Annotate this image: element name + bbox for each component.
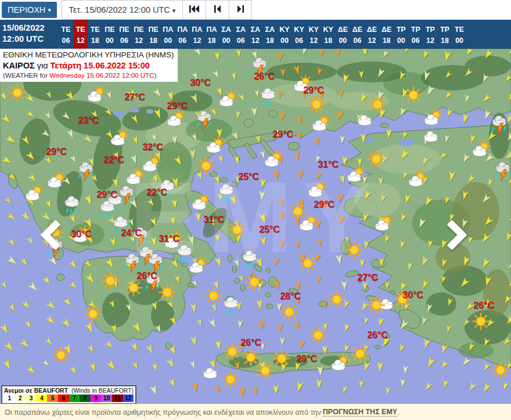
timestep-ΔΕ-06[interactable]: ΔΕ06 (350, 20, 365, 49)
timestep-ΤΕ-06[interactable]: ΤΕ06 (59, 20, 73, 49)
beaufort-9: 9 (91, 394, 102, 402)
timestep-ΤΕ-18[interactable]: ΤΕ18 (88, 20, 102, 49)
timestep-ΚΥ-06[interactable]: ΚΥ06 (292, 20, 307, 49)
timestep-ΤΡ-12[interactable]: ΤΡ12 (423, 20, 437, 49)
beaufort-4: 4 (37, 394, 48, 402)
timestep-ΣΑ-12[interactable]: ΣΑ12 (248, 20, 262, 49)
legend-title: Άνεμοι σε BEAUFORT (Winds in BEAUFORT) (4, 387, 134, 394)
next-map-arrow[interactable] (444, 220, 467, 249)
beaufort-legend: Άνεμοι σε BEAUFORT (Winds in BEAUFORT) 1… (1, 385, 136, 404)
symbol-sun (53, 347, 69, 363)
timeline-date: 15/06/2022 (2, 23, 59, 34)
symbol-sun (9, 85, 26, 101)
symbol-sun (229, 222, 245, 238)
symbol-sun (368, 297, 384, 313)
map-subtitle-gr: ΚΑΙΡΟΣ για Τετάρτη 15.06.2022 15:00 (3, 60, 174, 71)
footer-disclaimer: Οι παραπάνω χάρτες είναι προϊόντα αριθμη… (0, 404, 511, 420)
timestep-ΣΑ-18[interactable]: ΣΑ18 (262, 20, 277, 49)
timeline-current-label: 15/06/2022 12:00 UTC (0, 20, 59, 49)
temperature-label: 31°C (159, 234, 179, 244)
datetime-dropdown-label: Τετ. 15/06/2022 12:00 UTC (69, 5, 170, 15)
symbol-sun (346, 242, 362, 258)
symbol-sun (290, 203, 306, 219)
timestep-ΤΕ-12[interactable]: ΤΕ12 (73, 20, 88, 49)
temperature-label: 26°C (136, 271, 157, 281)
hnms-weather-app: ΠΕΡΙΟΧΗ ▾ Τετ. 15/06/2022 12:00 UTC ▾ 15… (0, 0, 511, 420)
timestep-ΤΕ-00[interactable]: ΤΕ00 (452, 20, 467, 49)
step-back-icon (214, 5, 221, 15)
region-dropdown-button[interactable]: ΠΕΡΙΟΧΗ ▾ (2, 2, 57, 18)
chevron-right-icon (444, 241, 467, 251)
temperature-label: 25°C (238, 172, 259, 182)
step-forward-icon (237, 5, 244, 15)
timestep-ΣΑ-06[interactable]: ΣΑ06 (233, 20, 248, 49)
symbol-sun (368, 151, 384, 167)
timestep-ΔΕ-00[interactable]: ΔΕ00 (336, 20, 350, 49)
timestep-ΠΑ-18[interactable]: ΠΑ18 (204, 20, 219, 49)
map-graphic (0, 49, 511, 404)
step-back-button[interactable] (206, 0, 229, 20)
timestep-ΚΥ-12[interactable]: ΚΥ12 (307, 20, 321, 49)
temperature-label: 27°C (124, 92, 145, 103)
beaufort-2: 2 (15, 394, 26, 402)
region-dropdown-label: ΠΕΡΙΟΧΗ (8, 5, 45, 15)
timestep-ΔΕ-12[interactable]: ΔΕ12 (365, 20, 379, 49)
beaufort-6: 6 (58, 394, 69, 402)
symbol-sun (300, 255, 316, 271)
timestep-ΤΡ-06[interactable]: ΤΡ06 (408, 20, 423, 49)
timestep-ΠΑ-12[interactable]: ΠΑ12 (190, 20, 204, 49)
temperature-label: 26°C (473, 300, 494, 311)
symbol-sun (369, 96, 386, 113)
timestep-ΠΕ-18[interactable]: ΠΕ18 (146, 20, 161, 49)
timestep-ΠΕ-12[interactable]: ΠΕ12 (131, 20, 146, 49)
datetime-dropdown[interactable]: Τετ. 15/06/2022 12:00 UTC ▾ (62, 0, 182, 20)
temperature-label: 23°C (78, 115, 99, 126)
skip-to-first-button[interactable] (182, 0, 206, 20)
symbol-sun (257, 363, 274, 379)
symbol-sun (159, 284, 175, 300)
temperature-label: 26°C (254, 71, 275, 82)
timestep-columns: ΤΕ06ΤΕ12ΤΕ18ΠΕ00ΠΕ06ΠΕ12ΠΕ18ΠΑ00ΠΑ06ΠΑ12… (59, 20, 467, 49)
temperature-label: 26°C (367, 330, 388, 341)
caret-down-icon: ▾ (172, 7, 176, 14)
temperature-label: 22°C (103, 155, 124, 165)
toolbar: ΠΕΡΙΟΧΗ ▾ Τετ. 15/06/2022 12:00 UTC ▾ (0, 0, 511, 20)
forecast-link[interactable]: ΠΡΟΓΝΩΣΗ ΤΗΣ ΕΜΥ (323, 408, 397, 417)
datetime-controls: Τετ. 15/06/2022 12:00 UTC ▾ (62, 0, 252, 20)
disclaimer-text: Οι παραπάνω χάρτες είναι προϊόντα αριθμη… (5, 408, 321, 417)
symbol-sun (125, 280, 142, 296)
temperature-label: 26°C (240, 338, 261, 348)
beaufort-12: 12 (123, 394, 134, 402)
previous-map-arrow[interactable] (41, 220, 64, 249)
timestep-ΚΥ-00[interactable]: ΚΥ00 (277, 20, 292, 49)
temperature-label: 31°C (203, 215, 224, 225)
symbol-sun (222, 371, 239, 388)
temperature-label: 27°C (357, 273, 378, 283)
weather-map: ΕΜΥ 30°C26°C29°C27°C29°C23°C32°C29°C29°C… (0, 49, 511, 404)
timestep-ΠΕ-00[interactable]: ΠΕ00 (102, 20, 117, 49)
timestep-ΠΑ-06[interactable]: ΠΑ06 (175, 20, 190, 49)
symbol-sun (310, 327, 326, 343)
beaufort-8: 8 (80, 394, 91, 402)
temperature-label: 29°C (96, 190, 117, 200)
step-forward-button[interactable] (229, 0, 252, 20)
symbol-sun (206, 288, 222, 304)
timestep-ΤΡ-18[interactable]: ΤΡ18 (437, 20, 452, 49)
timestep-ΤΡ-00[interactable]: ΤΡ00 (394, 20, 408, 49)
beaufort-scale: 123456789101112 (4, 394, 134, 402)
temperature-label: 29°C (46, 147, 67, 157)
symbol-sun (246, 274, 262, 290)
beaufort-10: 10 (101, 394, 112, 402)
symbol-sun (329, 291, 345, 307)
timestep-ΚΥ-18[interactable]: ΚΥ18 (321, 20, 336, 49)
temperature-label: 29°C (303, 85, 324, 96)
beaufort-11: 11 (112, 394, 123, 402)
temperature-label: 30°C (71, 229, 92, 240)
timestep-ΣΑ-00[interactable]: ΣΑ00 (219, 20, 233, 49)
beaufort-1: 1 (4, 394, 15, 402)
symbol-sun (102, 273, 118, 289)
beaufort-7: 7 (69, 394, 80, 402)
timestep-ΔΕ-18[interactable]: ΔΕ18 (379, 20, 394, 49)
timestep-ΠΑ-00[interactable]: ΠΑ00 (161, 20, 175, 49)
timestep-ΠΕ-06[interactable]: ΠΕ06 (117, 20, 131, 49)
